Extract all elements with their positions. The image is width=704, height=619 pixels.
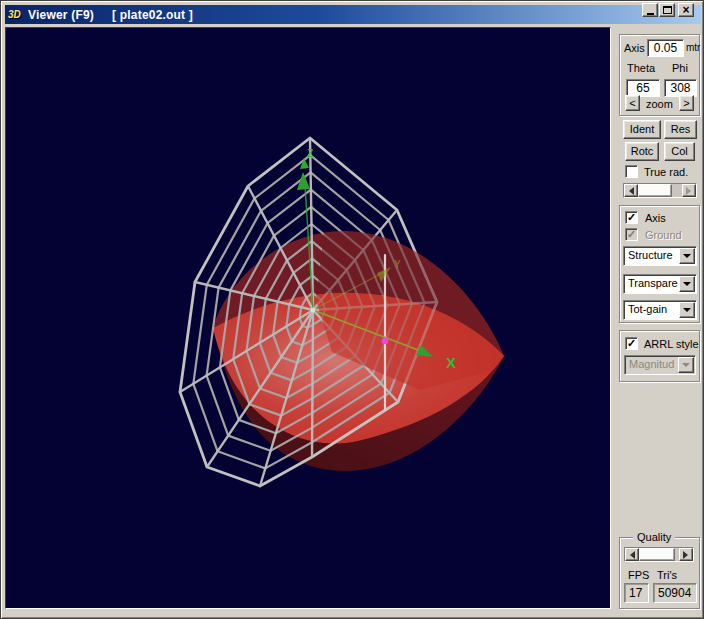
transparency-dropdown[interactable]: Transpare (623, 274, 697, 294)
dropdown-button[interactable] (679, 248, 695, 264)
maximize-button[interactable] (659, 3, 675, 17)
chevron-down-icon (683, 254, 691, 262)
minimize-button[interactable] (642, 3, 658, 17)
res-button[interactable]: Res (664, 120, 697, 139)
theta-label: Theta (627, 62, 655, 74)
dropdown-button (678, 357, 694, 373)
check-icon: ✓ (627, 212, 636, 223)
maximize-icon (663, 6, 672, 14)
phi-label: Phi (672, 62, 688, 74)
wire-spoke (312, 310, 313, 457)
gain-dropdown[interactable]: Tot-gain (623, 300, 697, 320)
axis-length-input[interactable] (647, 39, 684, 57)
ident-button[interactable]: Ident (623, 120, 661, 139)
axis-unit-label: mtr (686, 42, 700, 53)
close-icon: × (682, 5, 689, 15)
check-icon: ✓ (627, 338, 636, 349)
true-rad-label: True rad. (644, 166, 688, 178)
titlebar[interactable]: 3D Viewer (F9) [ plate02.out ] (5, 5, 701, 24)
close-button[interactable]: × (678, 3, 694, 17)
viewer-window: 3D Viewer (F9) [ plate02.out ] × (0, 0, 704, 619)
true-rad-checkbox[interactable] (625, 165, 638, 178)
axis-checkbox[interactable]: ✓ (625, 211, 638, 224)
fps-label: FPS (628, 569, 649, 581)
quality-group-title: Quality (633, 531, 675, 543)
x-axis-label: X (446, 354, 456, 371)
axis-length-label: Axis (624, 42, 645, 54)
arrl-style-label: ARRL style (644, 338, 699, 350)
slider-thumb[interactable] (639, 548, 675, 561)
zoom-out-button[interactable]: < (625, 95, 640, 111)
minimize-icon (647, 13, 654, 15)
3d-scene: Z X Y (6, 28, 610, 608)
zoom-in-button[interactable]: > (679, 95, 694, 111)
z-axis-label: Z (307, 148, 313, 159)
ground-checkbox: ✓ (625, 228, 638, 241)
check-icon: ✓ (627, 229, 636, 240)
magnitude-dropdown-value: Magnitud (629, 358, 674, 370)
window-title: Viewer (F9) (28, 8, 94, 22)
slider-left-button[interactable] (624, 184, 638, 197)
arrl-style-checkbox[interactable]: ✓ (625, 337, 638, 350)
slider-right-button[interactable] (682, 184, 696, 197)
window-file-name: [ plate02.out ] (112, 8, 193, 22)
arrow-right-icon (686, 187, 695, 195)
arrow-left-icon (625, 187, 634, 195)
dropdown-button[interactable] (679, 276, 695, 292)
fps-value: 17 (624, 583, 649, 603)
chevron-down-icon (683, 282, 691, 290)
gain-dropdown-value: Tot-gain (628, 303, 667, 315)
structure-dropdown-value: Structure (628, 249, 673, 261)
arrow-right-icon (683, 551, 692, 559)
slider-thumb[interactable] (638, 184, 672, 197)
structure-dropdown[interactable]: Structure (623, 246, 697, 266)
transparency-dropdown-value: Transpare (628, 277, 678, 289)
col-button[interactable]: Col (664, 142, 695, 161)
chevron-down-icon (683, 308, 691, 316)
arrow-left-icon (626, 551, 635, 559)
ground-checkbox-label: Ground (645, 229, 682, 241)
app-icon: 3D (8, 8, 24, 21)
tris-value: 50904 (653, 583, 697, 603)
3d-viewport[interactable]: Z X Y (5, 27, 611, 609)
dropdown-button[interactable] (679, 302, 695, 318)
hub-point (311, 308, 316, 313)
axis-checkbox-label: Axis (645, 212, 666, 224)
zoom-label: zoom (646, 98, 673, 110)
y-axis-label: Y (394, 259, 401, 270)
marker-point (382, 338, 389, 345)
magnitude-dropdown: Magnitud (624, 355, 696, 375)
tris-label: Tri's (657, 569, 677, 581)
quality-slider[interactable] (624, 547, 694, 562)
true-rad-slider[interactable] (623, 183, 697, 198)
slider-left-button[interactable] (625, 548, 639, 561)
rotc-button[interactable]: Rotc (625, 142, 659, 161)
slider-right-button[interactable] (679, 548, 693, 561)
chevron-down-icon (682, 363, 690, 371)
